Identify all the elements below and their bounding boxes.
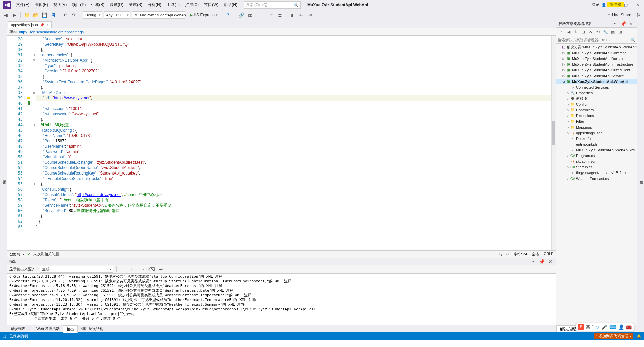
tb-icon-5[interactable]: ▮ — [289, 11, 296, 19]
browser-link-button[interactable]: 🔗 — [238, 11, 245, 19]
open-button[interactable]: 📂 — [32, 11, 39, 19]
nav-back-button[interactable]: ◀ — [2, 11, 9, 19]
menu-项目(P)[interactable]: 项目(P) — [69, 1, 88, 8]
code-editor[interactable]: 2829303132333435363738394041424344454647… — [7, 36, 556, 250]
se-prop-icon[interactable]: 🔧 — [602, 29, 609, 35]
undo-button[interactable]: ↶ — [62, 11, 69, 19]
se-back-icon[interactable]: ◀ — [565, 29, 572, 35]
tree-row[interactable]: ▷▣MuXue.Zyiz.StudentApi.Common — [556, 50, 637, 56]
tree-row[interactable]: ▷C#WeatherForecast.cs — [556, 176, 637, 181]
ime-lang[interactable]: 英 — [586, 324, 590, 330]
output-wrap-icon[interactable]: ↩ — [157, 266, 165, 273]
run-button[interactable]: ▶ IIS Express ▾ — [187, 11, 220, 19]
platform-dropdown[interactable]: Any CPU — [104, 11, 130, 19]
nav-fwd-button[interactable]: ▶ — [11, 11, 18, 19]
save-button[interactable]: 💾 — [41, 11, 48, 19]
se-collapse-icon[interactable]: ⊟ — [580, 29, 587, 35]
menu-视图(V)[interactable]: 视图(V) — [51, 1, 69, 8]
output-dropdown-icon[interactable]: ▾ — [529, 258, 537, 265]
tree-row[interactable]: ◢▣MuXue.Zyiz.StudentApi.WebApi — [556, 79, 637, 84]
pin-icon[interactable]: 📌 — [40, 23, 44, 27]
se-search-input[interactable] — [558, 38, 630, 42]
startup-dropdown[interactable]: MuXue.Zyiz.StudentApi.WebApi — [132, 11, 185, 19]
tb-icon-1[interactable]: ▦ — [247, 11, 254, 19]
issues-text[interactable]: 未找到相关问题 — [33, 252, 59, 257]
tree-row[interactable]: ▷🔧Properties — [556, 90, 637, 96]
menu-工具(T)[interactable]: 工具(T) — [164, 1, 182, 8]
se-search[interactable]: 🔍 — [556, 36, 637, 44]
login-link[interactable]: 登录 — [592, 2, 599, 7]
redo-button[interactable]: ↷ — [70, 11, 78, 19]
tree-row[interactable]: ▷▣MuXue.Zyiz.StudentApi.Infrastructure — [556, 61, 637, 67]
menu-测试(S)[interactable]: 测试(S) — [126, 1, 145, 8]
tb-icon-4[interactable]: ≣ — [276, 11, 284, 19]
tree-row[interactable]: ▷📁Mappings — [556, 124, 637, 130]
se-showall-icon[interactable]: 👁 — [587, 29, 594, 35]
bottom-tab-3[interactable]: 调用层次结构 — [78, 325, 107, 332]
output-next-icon[interactable]: ⇒ — [139, 266, 146, 273]
close-button[interactable]: ✕ — [633, 1, 643, 9]
bottom-tab-1[interactable]: Web 发布活动 — [33, 325, 63, 332]
tree-row[interactable]: {}skyapm.json — [556, 158, 637, 164]
se-preview-icon[interactable]: ▤ — [609, 29, 616, 35]
output-goto-icon[interactable]: ≔ — [120, 266, 127, 273]
tree-row[interactable]: ⟐Connected Services — [556, 84, 637, 90]
tree-row[interactable]: ▷▣MuXue.Zyiz.StudentApi.Domain — [556, 56, 637, 61]
liveshare-button[interactable]: ⇪ Live Share — [605, 13, 633, 17]
ime-emoji-icon[interactable]: ☺ — [595, 324, 600, 330]
left-side-tab-toolbox[interactable]: 工具箱 — [0, 20, 7, 332]
ime-tool-icon[interactable]: 🧰 — [626, 324, 632, 330]
new-project-button[interactable]: 📁 — [23, 11, 31, 19]
zoom-level[interactable]: 100 % — [10, 252, 20, 256]
bottom-tab-0[interactable]: 错误列表 ... — [7, 325, 33, 332]
schema-url[interactable]: http://json.schemastore.org/appsettings — [19, 30, 84, 34]
menu-窗口(W)[interactable]: 窗口(W) — [201, 1, 221, 8]
bottom-tab-2[interactable]: 输出 — [63, 325, 78, 333]
se-dropdown-icon[interactable]: ▾ — [611, 20, 619, 28]
tb-icon-2[interactable]: ⬚ — [255, 11, 263, 19]
menu-调试(D)[interactable]: 调试(D) — [107, 1, 126, 8]
tb-icon-6[interactable]: ⇤ — [298, 11, 305, 19]
quick-search[interactable]: 搜索 (Ctrl+Q) 🔍 — [244, 1, 301, 9]
sb-notif-icon[interactable]: 🔔 — [637, 334, 641, 338]
menu-帮助(H)[interactable]: 帮助(H) — [221, 1, 240, 8]
tb-icon-7[interactable]: ⇥ — [306, 11, 314, 19]
right-side-tab-properties[interactable]: 属性 — [637, 20, 644, 332]
tb-icon-3[interactable]: ≡ — [268, 11, 275, 19]
tree-row[interactable]: ▷📁Config — [556, 101, 637, 107]
config-dropdown[interactable]: Debug — [83, 11, 102, 19]
tree-row[interactable]: ▷📁Controllers — [556, 107, 637, 113]
tree-row[interactable]: ▷C#Startup.cs — [556, 164, 637, 170]
menu-分析(N)[interactable]: 分析(N) — [145, 1, 164, 8]
output-clear-icon[interactable]: ⌫ — [148, 266, 155, 273]
ime-toolbar[interactable]: S 英 ' ☺ 🎤 ⌨ 👤 🧰 — [576, 323, 634, 331]
menu-编辑(E)[interactable]: 编辑(E) — [32, 1, 51, 8]
se-sync-icon[interactable]: ↻ — [573, 29, 579, 35]
tree-row[interactable]: ▫entrypoint.sh — [556, 141, 637, 147]
refresh-button[interactable]: ↻ — [225, 11, 233, 19]
output-close-icon[interactable]: ✕ — [547, 258, 554, 265]
menu-扩展(X)[interactable]: 扩展(X) — [182, 1, 201, 8]
se-close-icon[interactable]: ✕ — [627, 20, 635, 28]
output-source-dropdown[interactable]: 生成 — [40, 266, 113, 273]
se-pin-icon[interactable]: 📌 — [619, 20, 627, 28]
output-pin-icon[interactable]: 📌 — [538, 258, 545, 265]
indent-mode[interactable]: 空格 — [532, 252, 539, 257]
menu-文件(F)[interactable]: 文件(F) — [13, 1, 32, 8]
tree-row[interactable]: ▷▣MuXue.Zyiz.StudentApi.Service — [556, 73, 637, 79]
output-prev-icon[interactable]: ⇐ — [129, 266, 137, 273]
tree-row[interactable]: ▷▣MuXue.Zyiz.StudentApi.OuterClient — [556, 67, 637, 73]
menu-生成(B)[interactable]: 生成(B) — [88, 1, 107, 8]
tree-row[interactable]: ▫Dockerfile — [556, 136, 637, 141]
se-refresh-icon[interactable]: ⟲ — [595, 29, 601, 35]
ime-keyboard-icon[interactable]: ⌨ — [609, 324, 616, 330]
output-body[interactable]: 6>Startup.cs(28,31,28,44): warning CS159… — [7, 274, 556, 325]
ime-user-icon[interactable]: 👤 — [618, 324, 624, 330]
save-all-button[interactable]: 🗄 — [49, 11, 57, 19]
tree-row[interactable]: ▷📁Filter — [556, 118, 637, 124]
se-filter-icon[interactable]: ⊞ — [617, 29, 624, 35]
eol-mode[interactable]: CRLF — [544, 252, 553, 257]
vertical-scrollbar[interactable] — [551, 36, 556, 250]
tree-row[interactable]: ▷{}appsettings.json — [556, 130, 637, 136]
tree-row[interactable]: ▷C#Program.cs — [556, 153, 637, 158]
